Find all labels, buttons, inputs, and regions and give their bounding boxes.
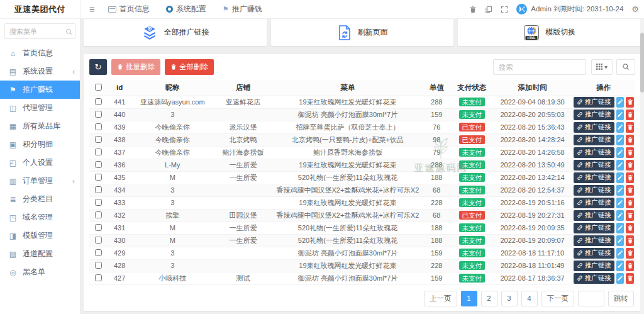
select-all-checkbox[interactable] xyxy=(95,84,102,91)
jump-button[interactable]: 跳转 xyxy=(608,291,634,306)
hamburger-menu-icon[interactable]: ≡ xyxy=(84,4,100,14)
edit-button[interactable] xyxy=(616,122,625,133)
delete-all-button[interactable]: 全部删除 xyxy=(165,59,214,75)
delete-button[interactable] xyxy=(626,147,634,158)
page-button-4[interactable]: 4 xyxy=(521,291,538,306)
sidebar-item-9[interactable]: ≣分类栏目 xyxy=(0,190,80,208)
gear-icon[interactable]: ⚙ xyxy=(631,4,639,14)
row-checkbox[interactable] xyxy=(95,224,102,231)
promo-link-button[interactable]: 推广链接 xyxy=(574,147,614,158)
column-header[interactable]: 添加时间 xyxy=(492,80,572,96)
delete-button[interactable] xyxy=(626,261,634,271)
promo-link-button[interactable]: 推广链接 xyxy=(574,97,614,108)
promo-link-button[interactable]: 推广链接 xyxy=(574,261,614,271)
promo-link-button[interactable]: 推广链接 xyxy=(574,198,614,208)
edit-button[interactable] xyxy=(616,172,625,183)
edit-button[interactable] xyxy=(616,198,625,208)
batch-delete-button[interactable]: 批量删除 xyxy=(111,59,160,75)
shortcut-card-2[interactable]: 刷新页面 xyxy=(271,19,454,46)
sidebar-item-7[interactable]: ◰个人设置 xyxy=(0,154,80,172)
row-checkbox[interactable] xyxy=(95,237,102,244)
account-menu[interactable]: Admin 到期时间: 2031-10-24 xyxy=(516,4,623,14)
trash-icon[interactable] xyxy=(469,6,477,13)
edit-button[interactable] xyxy=(616,210,625,221)
row-checkbox[interactable] xyxy=(95,123,102,130)
prev-page-button[interactable]: 上一页 xyxy=(424,291,457,306)
delete-button[interactable] xyxy=(626,273,634,284)
edit-button[interactable] xyxy=(616,160,625,171)
tab-1[interactable]: 首页信息 xyxy=(100,0,158,19)
column-header[interactable]: 操作 xyxy=(572,80,635,96)
sidebar-item-2[interactable]: ▤系统设置‹ xyxy=(0,62,80,81)
shortcut-card-3[interactable]: HTML模版切换 xyxy=(458,19,641,46)
row-checkbox[interactable] xyxy=(95,249,102,256)
sidebar-item-4[interactable]: ◫代理管理 xyxy=(0,99,80,117)
promo-link-button[interactable]: 推广链接 xyxy=(574,235,614,246)
row-checkbox[interactable] xyxy=(95,274,102,281)
row-checkbox[interactable] xyxy=(95,186,102,193)
page-button-1[interactable]: 1 xyxy=(461,291,477,306)
delete-button[interactable] xyxy=(626,172,634,183)
page-jump-input[interactable] xyxy=(578,291,604,306)
shortcut-card-1[interactable]: 全部推广链接 xyxy=(84,19,267,46)
promo-link-button[interactable]: 推广链接 xyxy=(574,185,614,196)
edit-button[interactable] xyxy=(616,273,625,284)
promo-link-button[interactable]: 推广链接 xyxy=(574,135,614,145)
refresh-button[interactable]: ↻ xyxy=(89,59,107,75)
column-header[interactable]: id xyxy=(107,80,132,96)
row-checkbox[interactable] xyxy=(95,136,102,143)
fullscreen-icon[interactable] xyxy=(501,6,508,13)
columns-dropdown-button[interactable]: ▾ xyxy=(591,59,613,75)
edit-button[interactable] xyxy=(616,109,625,120)
edit-button[interactable] xyxy=(616,97,625,108)
delete-button[interactable] xyxy=(626,97,634,108)
sidebar-item-11[interactable]: ◨模版管理 xyxy=(0,227,80,245)
delete-button[interactable] xyxy=(626,223,634,233)
copy-icon[interactable] xyxy=(485,6,492,13)
promo-link-button[interactable]: 推广链接 xyxy=(574,172,614,183)
promo-link-button[interactable]: 推广链接 xyxy=(574,223,614,233)
column-header[interactable]: 昵称 xyxy=(132,80,213,96)
delete-button[interactable] xyxy=(626,185,634,196)
promo-link-button[interactable]: 推广链接 xyxy=(574,122,614,133)
edit-button[interactable] xyxy=(616,135,625,145)
promo-link-button[interactable]: 推广链接 xyxy=(574,210,614,221)
column-header[interactable]: 支付状态 xyxy=(451,80,492,96)
sidebar-item-5[interactable]: ▦所有菜品库 xyxy=(0,117,80,135)
row-checkbox[interactable] xyxy=(95,149,102,155)
sidebar-item-8[interactable]: ▥订单管理‹ xyxy=(0,172,80,190)
table-search-input[interactable] xyxy=(493,59,586,75)
delete-button[interactable] xyxy=(626,160,634,171)
edit-button[interactable] xyxy=(616,223,625,233)
edit-button[interactable] xyxy=(616,235,625,246)
tab-3[interactable]: ⚑推广赚钱 xyxy=(214,0,270,19)
row-checkbox[interactable] xyxy=(95,211,102,218)
delete-button[interactable] xyxy=(626,135,634,145)
edit-button[interactable] xyxy=(616,185,625,196)
scrollbar-thumb[interactable] xyxy=(640,33,644,93)
row-checkbox[interactable] xyxy=(95,199,102,206)
edit-button[interactable] xyxy=(616,261,625,271)
delete-button[interactable] xyxy=(626,122,634,133)
column-header[interactable]: 店铺 xyxy=(213,80,273,96)
tab-2[interactable]: 系统配置 xyxy=(158,0,214,19)
scrollbar[interactable] xyxy=(640,19,644,314)
delete-button[interactable] xyxy=(626,198,634,208)
column-header[interactable]: 菜单 xyxy=(274,80,423,96)
next-page-button[interactable]: 下一页 xyxy=(541,291,575,306)
promo-link-button[interactable]: 推广链接 xyxy=(574,248,614,259)
delete-button[interactable] xyxy=(626,248,634,259)
sidebar-item-6[interactable]: ▣积分明细 xyxy=(0,135,80,154)
page-button-2[interactable]: 2 xyxy=(481,291,497,306)
sidebar-item-1[interactable]: ⌂首页信息 xyxy=(0,44,80,62)
row-checkbox[interactable] xyxy=(95,262,102,269)
delete-button[interactable] xyxy=(626,235,634,246)
promo-link-button[interactable]: 推广链接 xyxy=(574,109,614,120)
sidebar-item-3[interactable]: ⚑推广赚钱 xyxy=(0,81,80,99)
sidebar-item-10[interactable]: ◳域名管理 xyxy=(0,208,80,227)
row-checkbox[interactable] xyxy=(95,111,102,118)
row-checkbox[interactable] xyxy=(95,161,102,168)
promo-link-button[interactable]: 推广链接 xyxy=(574,273,614,284)
edit-button[interactable] xyxy=(616,147,625,158)
sidebar-item-12[interactable]: ▧通道配置 xyxy=(0,245,80,263)
